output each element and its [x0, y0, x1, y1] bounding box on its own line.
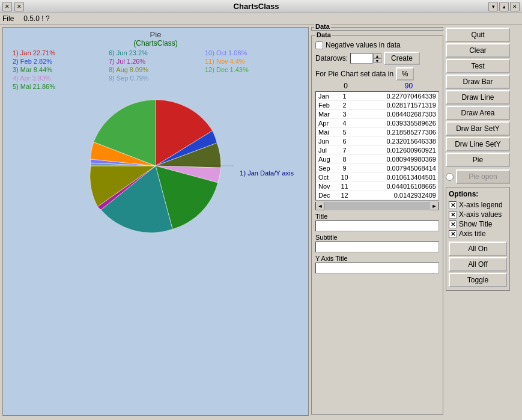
x-axis-legend-label: X-axis legend: [459, 201, 503, 209]
value-cell: 0.084402687303: [352, 110, 439, 119]
title-label: Title: [315, 213, 439, 220]
legend-item-10: 10) Oct 1.06%: [204, 49, 300, 57]
subtitle-label: Subtitle: [315, 234, 439, 241]
horizontal-scrollbar[interactable]: ◄ ►: [315, 202, 439, 210]
title-input[interactable]: [315, 221, 439, 231]
option-x-axis-legend: ✕ X-axis legend: [449, 201, 507, 209]
all-on-button[interactable]: All On: [449, 242, 507, 256]
drw-line-sety-button[interactable]: Drw Line SetY: [446, 137, 510, 151]
datarows-row: Datarows: 12 ▲ ▼ Create: [315, 52, 439, 65]
draw-line-button[interactable]: Draw Line: [446, 90, 510, 105]
subtitle-input[interactable]: [315, 242, 439, 252]
maximize-icon[interactable]: ▴: [499, 2, 509, 11]
num-cell: 1: [337, 92, 352, 101]
datarows-input[interactable]: 12: [350, 53, 373, 64]
quit-button[interactable]: Quit: [446, 28, 510, 42]
all-off-button[interactable]: All Off: [449, 257, 507, 272]
month-cell: Oct: [316, 173, 337, 182]
legend-item-6: 6) Jun 23.2%: [108, 49, 204, 57]
scroll-left-btn[interactable]: ◄: [316, 202, 324, 210]
option-show-title: ✕ Show Title: [449, 220, 507, 228]
close-icon[interactable]: ✕: [14, 2, 24, 11]
num-cell: 5: [337, 128, 352, 137]
y-axis-title-label: Y Axis Title: [315, 255, 439, 262]
create-button[interactable]: Create: [384, 52, 420, 65]
toggle-button[interactable]: Toggle: [449, 273, 507, 287]
value-cell: 0.028171571319: [352, 101, 439, 110]
negative-values-checkbox[interactable]: [315, 41, 323, 49]
legend-col-2: 6) Jun 23.2% 7) Jul 1.26% 8) Aug 8.09% 9…: [108, 49, 204, 91]
chart-area: Pie (ChartsClass) 1) Jan 22.71% 2) Feb 2…: [2, 27, 309, 416]
x-axis-legend-checkbox[interactable]: ✕: [449, 201, 457, 209]
legend-item-8: 8) Aug 8.09%: [108, 65, 204, 74]
table-row: Dec120.0142932409: [316, 191, 439, 200]
num-cell: 9: [337, 164, 352, 173]
drw-bar-sety-button[interactable]: Drw Bar SetY: [446, 121, 510, 136]
month-cell: Sep: [316, 164, 337, 173]
num-cell: 11: [337, 182, 352, 191]
main-content: Pie (ChartsClass) 1) Jan 22.71% 2) Feb 2…: [0, 25, 522, 418]
table-row: Feb20.028171571319: [316, 101, 439, 110]
legend-item-7: 7) Jul 1.26%: [108, 57, 204, 65]
num-cell: 3: [337, 110, 352, 119]
version-label: 0.5.0 ! ?: [23, 14, 49, 23]
window-title: ChartsClass: [234, 2, 279, 11]
title-bar: ✕ ✕ ChartsClass ▾ ▴ ✕: [0, 0, 522, 13]
datarows-spinner: ▲ ▼: [373, 53, 381, 63]
window-close-icon[interactable]: ✕: [510, 2, 520, 11]
legend-col-3: 10) Oct 1.06% 11) Nov 4.4% 12) Dec 1.43%: [204, 49, 300, 91]
legend-item-2: 2) Feb 2.82%: [11, 57, 108, 65]
y-axis-title-input[interactable]: [315, 263, 439, 273]
table-row: Mai50.218585277306: [316, 128, 439, 137]
axis-title-label: Axis title: [459, 230, 486, 238]
negative-values-label: Negative values in data: [326, 41, 401, 49]
table-row: Apr40.039335589626: [316, 119, 439, 128]
col0-label: 0: [334, 82, 358, 90]
datarows-up-btn[interactable]: ▲: [373, 53, 381, 58]
month-cell: Jan: [316, 92, 337, 101]
data-table[interactable]: Jan10.227070464339Feb20.028171571319Mar3…: [315, 91, 439, 201]
window-controls: ▾ ▴ ✕: [488, 2, 520, 11]
month-cell: Apr: [316, 119, 337, 128]
value-cell: 0.0142932409: [352, 191, 439, 200]
datarows-down-btn[interactable]: ▼: [373, 58, 381, 63]
draw-area-button[interactable]: Draw Area: [446, 106, 510, 120]
pie-data-label: 1) Jan Data/Y axis: [240, 169, 294, 177]
percent-button[interactable]: %: [396, 67, 414, 81]
right-column: Quit Clear Test Draw Bar Draw Line Draw …: [443, 25, 512, 418]
pie-chart-container: 1) Jan Data/Y axis: [5, 97, 306, 235]
show-title-checkbox[interactable]: ✕: [449, 221, 457, 228]
datarows-label: Datarows:: [315, 54, 348, 62]
legend-item-3: 3) Mar 8.44%: [11, 65, 108, 74]
negative-values-row: Negative values in data: [315, 41, 439, 49]
options-title: Options:: [449, 190, 507, 198]
month-cell: Jul: [316, 146, 337, 155]
legend-item-5: 5) Mai 21.86%: [11, 82, 108, 91]
num-cell: 12: [337, 191, 352, 200]
options-section: Options: ✕ X-axis legend ✕ X-axis values…: [446, 187, 510, 291]
value-cell: 0.232015646338: [352, 137, 439, 146]
data-fieldset-label: Data: [315, 31, 332, 38]
pie-open-radio[interactable]: [446, 173, 454, 181]
value-cell: 0.039335589626: [352, 119, 439, 128]
minimize-icon[interactable]: ▾: [488, 2, 498, 11]
draw-bar-button[interactable]: Draw Bar: [446, 75, 510, 89]
num-cell: 8: [337, 155, 352, 164]
value-cell: 0.010613404501: [352, 173, 439, 182]
data-table-content: Jan10.227070464339Feb20.028171571319Mar3…: [316, 92, 439, 200]
month-cell: Mar: [316, 110, 337, 119]
data-section-label: Data: [314, 23, 331, 30]
clear-button[interactable]: Clear: [446, 43, 510, 58]
middle-panel: Data Data Negative values in data Dataro…: [311, 27, 443, 416]
axis-title-checkbox[interactable]: ✕: [449, 230, 457, 238]
pie-open-button[interactable]: Pie open: [456, 169, 510, 184]
title-bar-left: ✕ ✕: [2, 2, 24, 11]
file-menu[interactable]: File: [2, 14, 14, 23]
scroll-right-btn[interactable]: ►: [430, 202, 439, 210]
test-button[interactable]: Test: [446, 59, 510, 73]
value-cell: 0.044016108665: [352, 182, 439, 191]
x-axis-values-checkbox[interactable]: ✕: [449, 211, 457, 219]
pie-chart-label: For Pie Chart set data in: [315, 70, 393, 78]
pie-button[interactable]: Pie: [446, 153, 510, 167]
scroll-track[interactable]: [324, 202, 430, 210]
